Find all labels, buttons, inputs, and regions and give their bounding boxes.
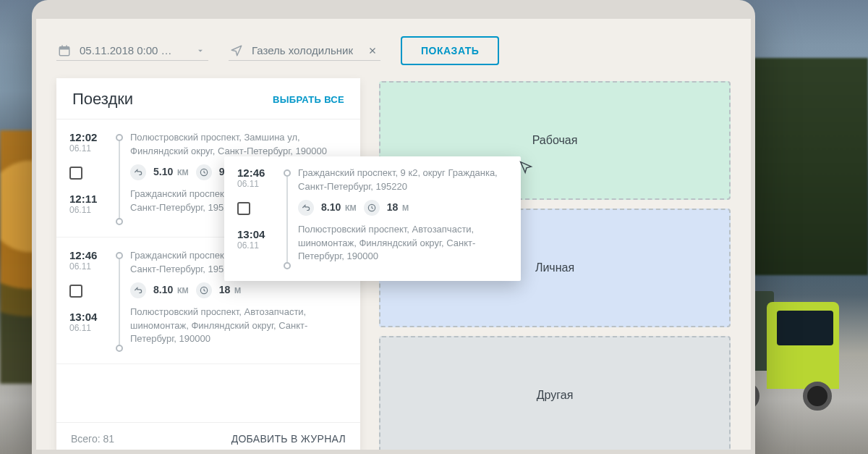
trip-drag-preview[interactable]: 12:46 06.11 13:04 06.11 Гражданский прос… xyxy=(224,156,521,281)
trip-to-address: Полюстровский проспект, Автозапчасти, ши… xyxy=(130,306,350,347)
date-field[interactable]: 05.11.2018 0:00 … xyxy=(56,41,208,61)
trip-from-address: Полюстровский проспект, Замшина ул, Финл… xyxy=(130,131,350,159)
trip-start-date: 06.11 xyxy=(69,261,91,272)
svg-rect-3 xyxy=(66,45,67,48)
trips-title: Поездки xyxy=(72,90,133,109)
clock-icon xyxy=(364,200,380,216)
clock-icon xyxy=(196,164,212,180)
drag-distance: 8.10 xyxy=(321,201,341,213)
show-button[interactable]: ПОКАЗАТЬ xyxy=(401,36,499,65)
drag-start-time: 12:46 xyxy=(237,167,265,179)
trip-distance: 8.10 xyxy=(153,284,173,295)
route-icon xyxy=(298,200,314,216)
clock-icon xyxy=(196,282,212,298)
drag-checkbox[interactable] xyxy=(237,202,250,215)
trip-duration: 18 xyxy=(219,284,231,295)
trips-total: Всего: 81 xyxy=(71,433,114,445)
category-other-label: Другая xyxy=(537,389,574,402)
drag-end-time: 13:04 xyxy=(237,228,265,240)
add-to-journal-button[interactable]: ДОБАВИТЬ В ЖУРНАЛ xyxy=(231,433,346,445)
drag-to-address: Полюстровский проспект, Автозапчасти, ши… xyxy=(298,223,508,264)
trip-end-date: 06.11 xyxy=(69,205,91,215)
trip-start-time: 12:02 xyxy=(69,131,97,143)
route-icon xyxy=(130,282,146,298)
drag-end-date: 06.11 xyxy=(237,240,259,251)
svg-rect-1 xyxy=(59,46,69,49)
drag-from-address: Гражданский проспект, 9 к2, округ Гражда… xyxy=(298,167,508,194)
clear-icon[interactable] xyxy=(366,44,379,57)
trip-checkbox[interactable] xyxy=(69,285,82,298)
category-other[interactable]: Другая xyxy=(379,336,731,454)
trip-start-time: 12:46 xyxy=(69,249,97,261)
vehicle-field[interactable]: Газель холодильник xyxy=(229,41,380,61)
drag-duration: 18 xyxy=(387,201,399,213)
select-all-link[interactable]: ВЫБРАТЬ ВСЕ xyxy=(273,94,344,105)
svg-rect-2 xyxy=(61,45,63,48)
chevron-down-icon xyxy=(194,44,207,57)
trip-checkbox[interactable] xyxy=(69,167,82,180)
location-arrow-icon xyxy=(230,44,243,57)
trip-end-time: 12:11 xyxy=(69,193,97,205)
vehicle-value: Газель холодильник xyxy=(252,44,353,56)
route-icon xyxy=(130,164,146,180)
category-work-label: Рабочая xyxy=(532,134,578,147)
trip-start-date: 06.11 xyxy=(69,143,91,154)
trip-end-date: 06.11 xyxy=(69,323,91,333)
trip-end-time: 13:04 xyxy=(69,311,97,323)
category-personal-label: Личная xyxy=(535,261,574,274)
cursor-icon xyxy=(518,159,534,178)
filter-bar: 05.11.2018 0:00 … Газель холодильник ПОК… xyxy=(56,32,731,78)
drag-start-date: 06.11 xyxy=(237,179,259,189)
date-value: 05.11.2018 0:00 … xyxy=(80,44,172,56)
trip-distance: 5.10 xyxy=(153,166,173,177)
calendar-icon xyxy=(58,44,71,57)
